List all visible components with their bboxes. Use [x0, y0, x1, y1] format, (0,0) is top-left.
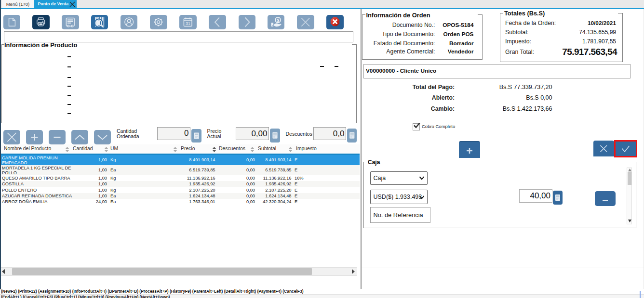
svg-text:$: $ — [277, 18, 279, 23]
svg-text:31: 31 — [186, 21, 191, 26]
